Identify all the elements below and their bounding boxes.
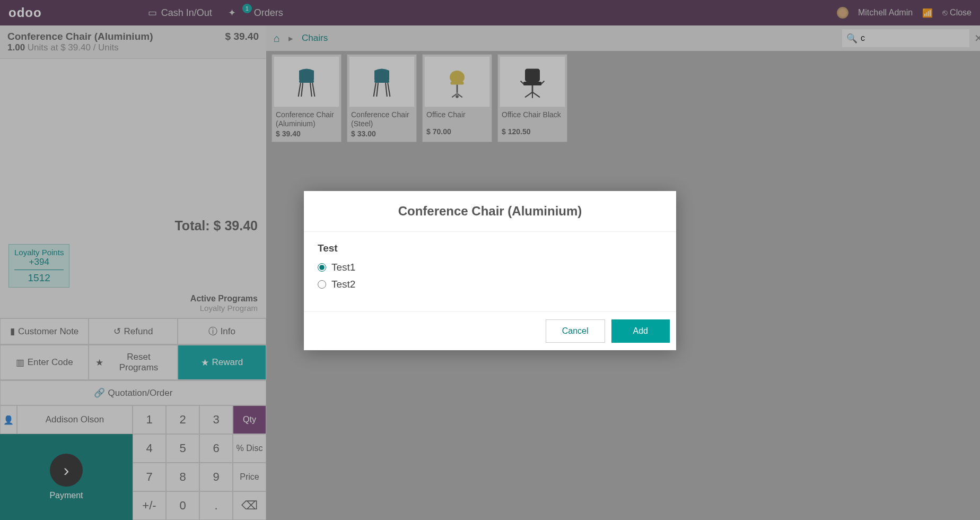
radio-input[interactable]: [318, 280, 326, 289]
option-label: Test1: [331, 262, 355, 273]
option-label: Test2: [331, 279, 355, 290]
cancel-button[interactable]: Cancel: [546, 319, 605, 343]
radio-input[interactable]: [318, 263, 326, 272]
add-button[interactable]: Add: [611, 319, 670, 343]
attribute-modal: Conference Chair (Aluminium) Test Test1 …: [304, 191, 676, 350]
modal-title: Conference Chair (Aluminium): [304, 191, 676, 232]
attribute-group-label: Test: [318, 242, 662, 254]
attribute-option-2[interactable]: Test2: [318, 279, 662, 290]
attribute-option-1[interactable]: Test1: [318, 262, 662, 273]
